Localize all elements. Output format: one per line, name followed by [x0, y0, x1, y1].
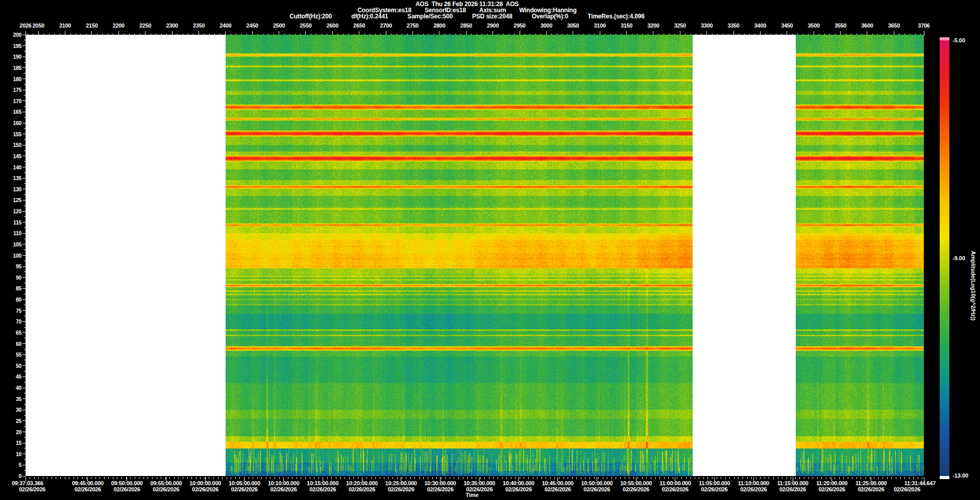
time-tick-label: 11:00:00.000 — [659, 480, 691, 486]
time-minor-tick — [747, 477, 748, 479]
time-minor-tick — [830, 477, 830, 479]
time-minor-tick — [900, 477, 901, 479]
time-minor-tick — [559, 477, 559, 479]
time-minor-tick — [721, 477, 721, 479]
time-minor-tick — [782, 477, 782, 479]
time-minor-tick — [135, 477, 135, 479]
freq-tick-label: 175 — [1, 87, 21, 93]
time-minor-tick — [760, 477, 761, 479]
date-tick-label: 02/26/2026 — [153, 486, 179, 492]
freq-tick-label: 190 — [1, 54, 21, 60]
time-minor-tick — [301, 477, 301, 479]
time-minor-tick — [213, 477, 214, 479]
time-minor-tick — [725, 477, 726, 479]
date-tick-label: 02/26/2026 — [309, 486, 336, 492]
time-minor-tick — [791, 477, 791, 479]
time-minor-tick — [340, 477, 341, 479]
freq-minor-tick — [24, 84, 26, 85]
freq-minor-tick — [24, 426, 26, 427]
time-tick-label: 10:20:00.000 — [346, 480, 378, 486]
colorbar-tick-label: -13.00 — [952, 472, 968, 479]
freq-minor-tick — [24, 239, 26, 239]
record-tick-label: 3706 — [918, 22, 929, 29]
freq-minor-tick — [24, 183, 26, 184]
freq-major-tick — [22, 410, 26, 410]
date-tick-label: 02/26/2026 — [779, 486, 806, 492]
time-minor-tick — [283, 477, 284, 479]
freq-major-tick — [22, 398, 26, 399]
time-minor-tick — [305, 477, 306, 479]
record-tick-label: 2600 — [327, 22, 338, 29]
header-param: df(Hz):0.2441 — [351, 13, 388, 19]
freq-tick-label: 40 — [1, 385, 21, 391]
time-minor-tick — [883, 477, 883, 479]
date-tick-label: 02/26/2026 — [894, 486, 920, 492]
time-minor-tick — [331, 477, 332, 479]
time-minor-tick — [703, 477, 704, 479]
freq-major-tick — [22, 465, 26, 465]
freq-tick-label: 75 — [1, 308, 21, 314]
freq-tick-label: 200 — [1, 32, 21, 38]
time-minor-tick — [410, 477, 411, 479]
time-minor-tick — [638, 477, 638, 479]
freq-major-tick — [22, 156, 26, 156]
freq-major-tick — [22, 420, 26, 421]
freq-tick-label: 185 — [1, 65, 21, 71]
time-minor-tick — [756, 477, 756, 479]
record-tick-label: 3000 — [541, 22, 552, 29]
time-minor-tick — [183, 477, 183, 479]
time-minor-tick — [542, 477, 542, 479]
record-tick-label: 2500 — [273, 22, 285, 29]
header-param: Sample/Sec:500 — [407, 13, 453, 19]
freq-minor-tick — [24, 371, 26, 371]
date-tick-label: 02/26/2026 — [271, 486, 297, 492]
time-minor-tick — [717, 477, 717, 479]
date-tick-label: 02/26/2026 — [545, 486, 571, 492]
time-minor-tick — [817, 477, 818, 479]
freq-major-tick — [22, 332, 26, 333]
record-tick-label: 2026 — [19, 22, 31, 29]
date-tick-label: 02/26/2026 — [583, 486, 610, 492]
time-minor-tick — [441, 477, 442, 479]
time-minor-tick — [524, 477, 524, 479]
time-minor-tick — [581, 477, 581, 479]
date-tick-label: 02/26/2026 — [19, 486, 45, 492]
freq-major-tick — [22, 67, 26, 68]
time-minor-tick — [419, 477, 420, 479]
time-minor-tick — [209, 477, 209, 479]
time-minor-tick — [235, 477, 236, 479]
date-tick-label: 02/26/2026 — [505, 486, 532, 492]
time-minor-tick — [659, 477, 660, 479]
record-tick-label: 2550 — [300, 22, 311, 29]
freq-minor-tick — [24, 305, 26, 305]
time-minor-tick — [769, 477, 769, 479]
time-minor-tick — [861, 477, 861, 479]
freq-minor-tick — [24, 470, 26, 471]
freq-tick-label: 125 — [1, 197, 21, 203]
freq-tick-label: 145 — [1, 153, 21, 159]
record-tick-label: 2200 — [113, 22, 125, 29]
time-minor-tick — [856, 477, 857, 479]
time-minor-tick — [239, 477, 240, 479]
time-minor-tick — [651, 477, 651, 479]
freq-tick-label: 135 — [1, 175, 21, 181]
time-minor-tick — [358, 477, 358, 479]
time-minor-tick — [804, 477, 804, 479]
time-tick-label: 10:25:00.000 — [385, 480, 417, 486]
time-minor-tick — [729, 477, 730, 479]
time-minor-tick — [795, 477, 796, 479]
time-minor-tick — [275, 477, 275, 479]
time-minor-tick — [222, 477, 223, 479]
time-minor-tick — [353, 477, 354, 479]
freq-tick-label: 50 — [1, 363, 21, 369]
time-tick-label: 11:20:00.000 — [816, 480, 847, 486]
freq-tick-label: 80 — [1, 296, 21, 303]
time-minor-tick — [43, 477, 43, 479]
header-param: PSD size:2048 — [472, 13, 512, 19]
time-minor-tick — [765, 477, 765, 479]
time-minor-tick — [279, 477, 280, 479]
freq-minor-tick — [24, 194, 26, 195]
time-minor-tick — [787, 477, 787, 479]
time-minor-tick — [257, 477, 258, 479]
time-minor-tick — [813, 477, 813, 479]
